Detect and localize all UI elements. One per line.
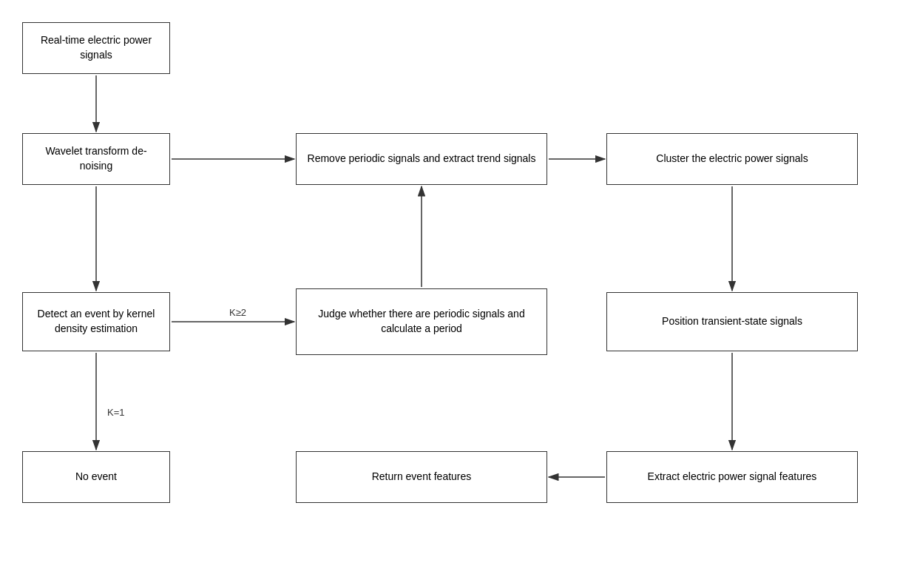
box-return-features: Return event features (296, 451, 547, 503)
box-extract-features: Extract electric power signal features (606, 451, 858, 503)
box-remove-periodic: Remove periodic signals and extract tren… (296, 133, 547, 185)
box-position-transient: Position transient-state signals (606, 292, 858, 351)
flowchart: Real-time electric power signals Wavelet… (0, 0, 917, 588)
box-wavelet-denoising: Wavelet transform de-noising (22, 133, 170, 185)
label-k-ge-2: K≥2 (229, 307, 246, 318)
box-cluster-signals: Cluster the electric power signals (606, 133, 858, 185)
box-detect-event: Detect an event by kernel density estima… (22, 292, 170, 351)
box-judge-periodic: Judge whether there are periodic signals… (296, 288, 547, 355)
box-realtime-signals: Real-time electric power signals (22, 22, 170, 74)
label-k-eq-1: K=1 (107, 407, 125, 418)
box-no-event: No event (22, 451, 170, 503)
